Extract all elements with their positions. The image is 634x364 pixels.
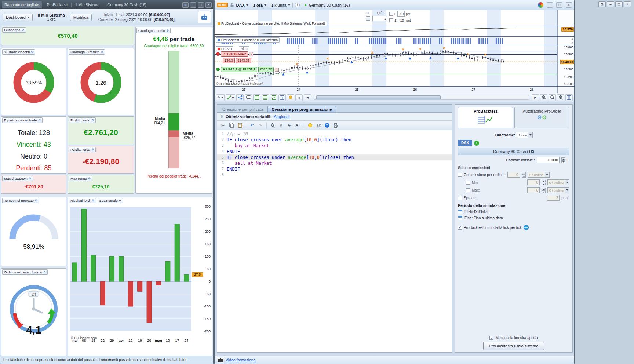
commission-stepper[interactable]: [522, 172, 526, 178]
code-line[interactable]: 4ENDIF: [217, 149, 452, 154]
other-tab[interactable]: Altro: [239, 46, 249, 51]
maximize-icon[interactable]: □: [556, 2, 562, 8]
timeframe-dropdown[interactable]: 1 ora: [253, 3, 266, 7]
backtest-report-icon[interactable]: [253, 94, 260, 101]
units-dropdown[interactable]: 1 k unità: [271, 3, 290, 7]
trendline-tool-icon[interactable]: [226, 94, 235, 101]
positions-tag[interactable]: ProBacktest - Posizioni: Il Mio Sistema: [216, 37, 280, 43]
sell-order-tag[interactable]: -1,1 @ 15.534,2: [221, 51, 248, 57]
capital-input[interactable]: 10000: [537, 157, 560, 163]
weekly-period-dropdown[interactable]: Settimanale: [98, 198, 123, 203]
long-checkbox[interactable]: [389, 12, 393, 16]
calculator-icon[interactable]: [366, 16, 370, 21]
keep-open-checkbox[interactable]: ✓: [489, 336, 493, 340]
scroll-left-icon[interactable]: ◀: [304, 94, 311, 101]
timeframe-select[interactable]: 1 ora: [517, 132, 533, 138]
column-layout-icon[interactable]: [565, 94, 573, 101]
minimize-icon[interactable]: –: [190, 2, 196, 8]
panel-time-in-market-header[interactable]: Tempo nel mercato⚙: [2, 198, 39, 203]
zoom-in-icon[interactable]: [557, 94, 564, 101]
panel-breakdown-header[interactable]: Ripartizione dei trade⚙: [2, 117, 43, 123]
close-order-icon[interactable]: ×: [275, 68, 279, 72]
instrument-dropdown[interactable]: DAX: [236, 3, 248, 7]
tab-autotrading-proorder[interactable]: Autotrading ProOrder ⚙⚙: [514, 107, 569, 128]
tick-mode-checkbox[interactable]: ✓: [458, 226, 462, 230]
modify-button[interactable]: Modifica: [70, 14, 92, 21]
tab-germany-30-cash[interactable]: Germany 30 Cash (1€): [105, 1, 149, 8]
tab-programming-creation[interactable]: Creazione per programmazione: [267, 106, 336, 112]
app-maximize-icon[interactable]: □: [615, 1, 623, 7]
help-icon[interactable]: ?: [323, 122, 331, 129]
min-input[interactable]: 0: [527, 179, 540, 185]
strategy-robot-icon[interactable]: [198, 11, 211, 23]
search-icon[interactable]: [269, 122, 276, 129]
add-instrument-icon[interactable]: +: [474, 141, 479, 146]
equity-curve-tag[interactable]: ProBacktest - Curva guadagni e perdite: …: [216, 21, 327, 26]
comment-toggle-icon[interactable]: //: [277, 122, 285, 129]
paste-icon[interactable]: [236, 122, 244, 129]
collapse-left-icon[interactable]: «: [295, 94, 303, 101]
info-icon[interactable]: i: [295, 3, 300, 7]
commission-checkbox[interactable]: [458, 173, 462, 177]
panel-weekly-header[interactable]: Risultati lordi⚙: [69, 198, 96, 203]
calendar-icon[interactable]: [458, 216, 462, 220]
commission-input[interactable]: 0: [507, 172, 520, 178]
max-unit-select[interactable]: € / ordine: [547, 187, 569, 193]
cut-icon[interactable]: ✂: [219, 122, 227, 129]
font-increase-icon[interactable]: A+: [294, 122, 302, 129]
buy-limit-order-tag[interactable]: A:LIM 1,1 @ 15.237,2: [221, 67, 257, 72]
wrench-icon[interactable]: ⚙: [220, 114, 223, 119]
drawing-tool-icon[interactable]: ✎: [216, 94, 225, 101]
short-points-input[interactable]: 10: [398, 18, 405, 23]
scroll-right-icon[interactable]: ▶: [532, 94, 539, 101]
price-alert-icon[interactable]: [287, 94, 294, 101]
panel-gain-header[interactable]: Guadagno⚙: [2, 27, 26, 33]
calendar-icon[interactable]: [458, 210, 462, 214]
close-order-icon[interactable]: ×: [249, 52, 253, 56]
code-line[interactable]: 3 buy at Market: [217, 143, 452, 149]
maximize-icon[interactable]: □: [198, 2, 204, 8]
panel-win-rate-header[interactable]: % Trade vincenti⚙: [2, 49, 35, 55]
share-icon[interactable]: [236, 94, 244, 101]
panel-gross-loss-header[interactable]: Perdita lorda⚙: [69, 147, 96, 152]
tab-probacktest[interactable]: ProBacktest: [44, 1, 70, 8]
close-icon[interactable]: ×: [205, 2, 212, 8]
print-icon[interactable]: [332, 122, 339, 129]
long-points-input[interactable]: 10: [397, 11, 405, 17]
zoom-select-icon[interactable]: [540, 94, 547, 101]
dax-chip[interactable]: DAX: [458, 140, 472, 146]
capital-stepper[interactable]: [561, 157, 565, 163]
buy-order-icon[interactable]: [216, 68, 220, 71]
qty-input[interactable]: 1: [372, 16, 387, 21]
spread-input[interactable]: 2: [547, 195, 560, 201]
sell-order-icon[interactable]: [216, 52, 220, 56]
panel-max-drawdown-header[interactable]: Max drawdown⚙: [2, 176, 33, 181]
code-line[interactable]: 2IF close crosses over average[10,0](clo…: [217, 137, 452, 143]
tab-probacktest-settings[interactable]: ProBacktest: [458, 107, 513, 128]
tab-rapporto-dettagliato[interactable]: Rapporto dettagliato: [2, 1, 42, 8]
chart-table-icon[interactable]: [278, 94, 286, 101]
suggestion-bulb-icon[interactable]: [306, 122, 314, 129]
panel-orders-per-day-header[interactable]: Ordini med. eseg./giorno⚙: [2, 269, 48, 275]
code-line[interactable]: 1//p = 10: [217, 131, 452, 137]
price-tab[interactable]: Prezzo: [216, 46, 233, 51]
period-end-value[interactable]: Fine: Fino a ultima data: [464, 216, 503, 220]
orders-table-icon[interactable]: [270, 94, 277, 101]
spread-checkbox[interactable]: [458, 196, 462, 200]
min-stepper[interactable]: [542, 180, 546, 185]
chart-scrollbar-handle[interactable]: [316, 95, 441, 99]
panel-avg-gain-header[interactable]: Guadagno medio⚙: [136, 28, 171, 33]
code-line[interactable]: 6 sell at Market: [217, 160, 452, 166]
font-decrease-icon[interactable]: A-: [286, 122, 293, 129]
code-area[interactable]: 1//p = 102IF close crosses over average[…: [217, 130, 452, 352]
panel-gain-loss-header[interactable]: Guadagni / Perdite⚙: [69, 49, 105, 55]
panel-max-runup-header[interactable]: Max runup⚙: [69, 176, 92, 181]
copy-icon[interactable]: [228, 122, 235, 129]
close-icon[interactable]: ×: [566, 2, 572, 8]
min-unit-select[interactable]: € / ordine: [547, 179, 569, 185]
tab-il-mio-sistema[interactable]: Il Mio Sistema: [73, 1, 102, 8]
tab-simplified-creation[interactable]: Creazione semplificata: [219, 106, 267, 112]
code-line[interactable]: 8: [217, 172, 452, 178]
app-close-icon[interactable]: ×: [624, 1, 631, 7]
short-checkbox[interactable]: [389, 18, 393, 22]
